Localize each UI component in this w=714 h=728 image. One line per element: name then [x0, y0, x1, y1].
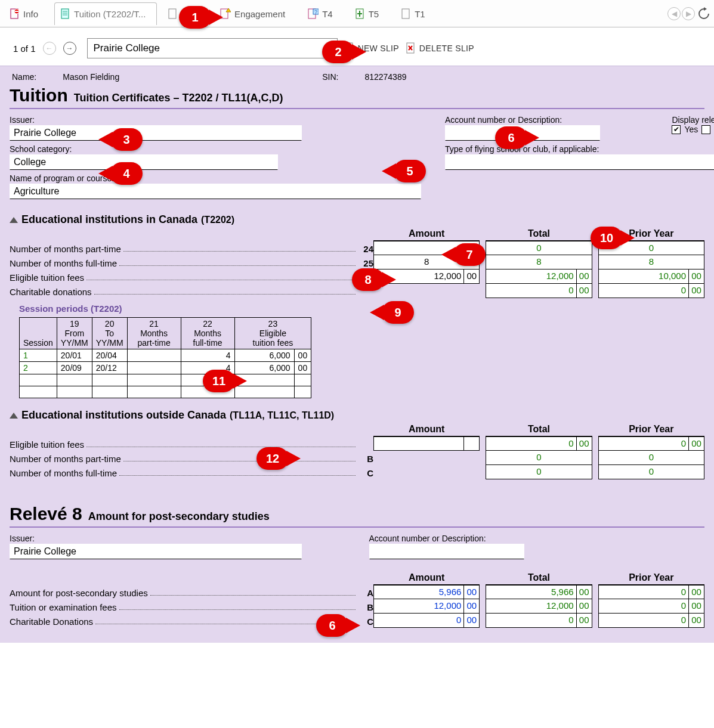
box-number: 25 [358, 258, 373, 268]
callout-4: 4 [110, 162, 143, 185]
box-number: 24 [358, 244, 373, 254]
section-canada-header[interactable]: Educational institutions in Canada (T220… [10, 213, 704, 226]
prior-cell: 0 [599, 599, 688, 613]
section-outside-canada-header[interactable]: Educational institutions outside Canada … [10, 409, 704, 422]
from-cell[interactable]: 20/09 [57, 362, 92, 374]
tab-info[interactable]: Info [4, 2, 50, 25]
amount-cell[interactable]: 12,000 [374, 599, 463, 613]
delete-slip-button[interactable]: DELETE SLIP [406, 42, 474, 54]
prior-cell: 0 [599, 465, 704, 479]
cents-cell: 00 [576, 586, 592, 599]
callout-9: 9 [382, 301, 414, 324]
cents-cell[interactable]: 00 [294, 362, 311, 374]
total-column: Total 5,96600 12,00000 000 [486, 572, 592, 628]
ribbon-next-button[interactable]: ▶ [682, 7, 695, 20]
slip-issuer-input[interactable] [87, 38, 338, 58]
chevron-up-icon [10, 217, 18, 223]
th-session: Session [20, 318, 57, 349]
session-row[interactable]: 2 20/09 20/12 4 6,000 00 [20, 362, 311, 374]
to-cell[interactable]: 20/12 [92, 362, 127, 374]
tab-label: Tuition (T2202/T... [74, 9, 146, 19]
school-category-field[interactable] [10, 154, 278, 170]
account-label: Account number or Description: [445, 115, 562, 125]
total-cell: 0 [486, 614, 576, 627]
sin-label: SIN: [322, 72, 338, 82]
tab-engagement[interactable]: Engagement [214, 2, 296, 25]
amount-cell[interactable]: 5,966 [374, 586, 463, 599]
svg-rect-3 [61, 9, 69, 18]
yes-label: Yes [684, 125, 698, 134]
total-cell: 12,000 [486, 599, 576, 613]
prior-cell: 0 [599, 284, 688, 298]
box-number: B [358, 454, 373, 464]
cents-cell: 00 [688, 599, 704, 613]
row-label: Number of months part-time [10, 244, 121, 254]
tab-tuition[interactable]: Tuition (T2202/T... [54, 2, 157, 25]
display-yes-checkbox[interactable]: ✔ [672, 125, 681, 134]
flying-school-field[interactable] [445, 154, 714, 170]
pt-cell[interactable] [127, 362, 181, 374]
cents-cell: 00 [576, 284, 592, 298]
amount-cell[interactable]: 0 [374, 614, 463, 627]
releve-divider [10, 526, 704, 528]
tab-t5[interactable]: T5 [349, 2, 391, 25]
session-num[interactable]: 1 [20, 349, 57, 362]
row-label: Amount for post-secondary studies [10, 588, 148, 598]
cents-cell[interactable]: 00 [463, 269, 479, 283]
next-slip-button[interactable]: → [63, 42, 76, 55]
prev-slip-button[interactable]: ← [43, 42, 56, 55]
box-number: A [358, 588, 373, 598]
cents-cell[interactable] [463, 437, 479, 450]
prior-year-column: Prior Year 000 000 000 [598, 572, 704, 628]
session-row[interactable] [20, 374, 311, 386]
callout-11: 11 [203, 370, 235, 392]
prior-cell: 8 [599, 255, 704, 269]
refresh-icon[interactable] [697, 7, 710, 20]
fees-cell[interactable]: 6,000 [234, 362, 294, 374]
amount-column: Amount [373, 424, 480, 480]
from-cell[interactable]: 20/01 [57, 349, 92, 362]
row-label: Charitable donations [10, 287, 92, 297]
prior-cell: 0 [599, 586, 688, 599]
cents-cell[interactable]: 00 [294, 349, 311, 362]
col-header: Prior Year [598, 572, 704, 585]
prior-cell: 0 [599, 614, 688, 627]
callout-3: 3 [110, 128, 143, 151]
program-field[interactable] [10, 184, 421, 199]
session-row[interactable]: 1 20/01 20/04 4 6,000 00 [20, 349, 311, 362]
amount-cell[interactable] [374, 437, 463, 450]
session-num[interactable]: 2 [20, 362, 57, 374]
file-icon [61, 8, 70, 19]
tab-t1[interactable]: T1 [395, 2, 437, 25]
ft-cell[interactable]: 4 [181, 349, 234, 362]
pt-cell[interactable] [127, 349, 181, 362]
display-releve-group: Display relevé ? ✔ Yes No [672, 115, 714, 134]
cents-cell[interactable]: 00 [463, 599, 479, 613]
file-plus-icon [356, 8, 365, 19]
cents-cell[interactable]: 00 [463, 614, 479, 627]
releve-account-field[interactable] [369, 544, 524, 559]
display-no-checkbox[interactable] [701, 125, 710, 134]
row-label: Charitable Donations [10, 617, 93, 627]
cents-cell: 00 [576, 437, 592, 450]
total-cell: 0 [486, 241, 591, 255]
callout-6b: 6 [316, 614, 348, 637]
session-row[interactable] [20, 386, 311, 398]
tab-label: T5 [369, 9, 379, 19]
cents-cell: 00 [576, 614, 592, 627]
issuer-field[interactable] [10, 125, 302, 141]
to-cell[interactable]: 20/04 [92, 349, 127, 362]
tab-label: Engagement [234, 9, 285, 19]
fees-cell[interactable]: 6,000 [234, 349, 294, 362]
row-label: Number of months full-time [10, 258, 117, 268]
ribbon-prev-button[interactable]: ◀ [667, 7, 681, 20]
col-header: Amount [373, 424, 480, 436]
session-periods-label: Session periods (T2202) [19, 303, 704, 314]
releve-issuer-field[interactable] [10, 544, 302, 559]
tab-t4[interactable]: ? T4 [301, 2, 344, 25]
total-column: Total 0 8 12,00000 000 [486, 228, 592, 299]
row-label: Tuition or examination fees [10, 602, 117, 612]
cents-cell[interactable]: 00 [463, 586, 479, 599]
th-to: 20ToYY/MM [92, 318, 127, 349]
col-header: Prior Year [598, 424, 704, 436]
